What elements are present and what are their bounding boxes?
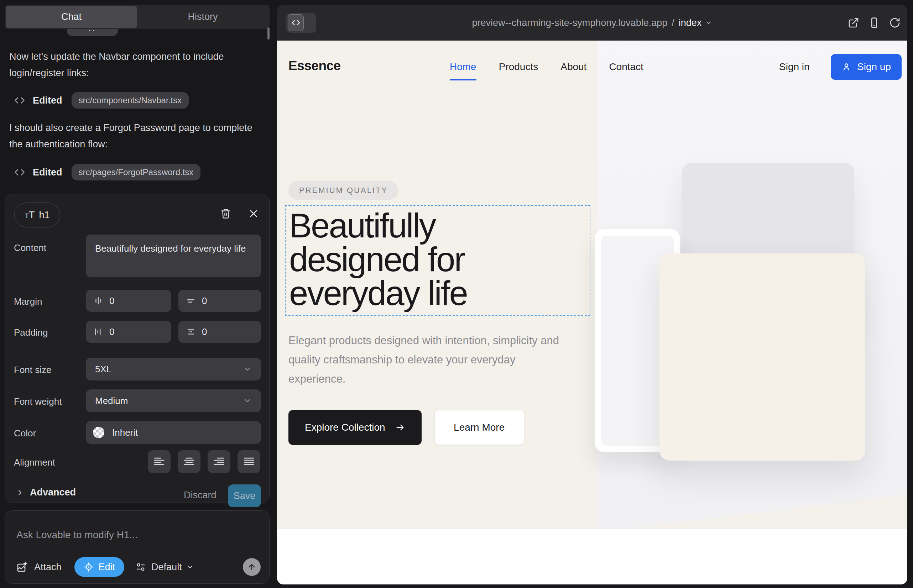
chat-history-tabs: Chat History: [5, 5, 270, 29]
composer-toolbar: Attach Edit Default: [16, 557, 261, 577]
margin-horizontal-icon: [94, 296, 103, 305]
advanced-toggle[interactable]: Advanced: [16, 487, 76, 498]
selected-element-outline[interactable]: Beautifully designed for everyday life: [285, 205, 590, 316]
transparent-swatch-icon: [93, 427, 104, 438]
sign-up-button[interactable]: Sign up: [831, 54, 902, 80]
delete-element-button[interactable]: [218, 206, 233, 221]
align-left-icon: [153, 456, 165, 468]
truncated-chip: ··: [67, 29, 118, 36]
site-logo: Essence: [288, 58, 341, 73]
content-label: Content: [14, 242, 46, 254]
align-center-icon: [183, 456, 195, 468]
assistant-message: Now let's update the Navbar component to…: [9, 48, 261, 81]
padding-label: Padding: [14, 327, 48, 338]
edited-file-row: Edited src/pages/ForgotPassword.tsx: [14, 164, 201, 181]
site-navbar: Essence Home Products About Contact Sign…: [277, 40, 907, 95]
close-icon: [248, 208, 259, 219]
padding-horizontal-icon: [94, 327, 103, 336]
arrow-right-icon: [395, 423, 405, 433]
padding-vertical-icon: [186, 327, 196, 336]
trash-icon: [220, 208, 231, 219]
hero-cta-row: Explore Collection Learn More: [288, 410, 524, 445]
send-button[interactable]: [243, 558, 261, 576]
smartphone-icon: [868, 17, 880, 29]
mode-selector[interactable]: Default: [136, 562, 194, 573]
user-icon: [842, 62, 851, 72]
hero-headline: Beautifully designed for everyday life: [289, 208, 560, 310]
file-chip-forgot-password[interactable]: src/pages/ForgotPassword.tsx: [71, 164, 201, 181]
composer[interactable]: Ask Lovable to modify H1... Attach Edit …: [5, 510, 270, 584]
sign-in-link[interactable]: Sign in: [779, 61, 810, 73]
nav-link-about[interactable]: About: [560, 61, 586, 73]
hero-subtext: Elegant products designed with intention…: [288, 331, 569, 389]
locate-icon: [84, 562, 94, 572]
preview-frame: preview--charming-site-symphony.lovable.…: [277, 5, 907, 585]
close-editor-button[interactable]: [246, 206, 261, 221]
align-justify-icon: [243, 456, 255, 468]
padding-x-input[interactable]: 0: [86, 321, 171, 343]
assistant-message: I should also create a Forgot Password p…: [9, 120, 261, 152]
chat-panel: Chat History ·· Now let's update the Nav…: [0, 0, 270, 588]
edit-mode-pill[interactable]: Edit: [74, 557, 125, 577]
decorative-card-cream: [659, 254, 865, 460]
external-link-icon: [848, 17, 859, 29]
font-weight-label: Font weight: [14, 396, 62, 407]
align-left-button[interactable]: [148, 450, 170, 473]
open-in-new-tab-button[interactable]: [848, 17, 859, 29]
edited-label: Edited: [33, 167, 62, 178]
color-picker-field[interactable]: Inherit: [86, 421, 261, 444]
typography-icon: TT: [24, 210, 34, 221]
nav-link-home[interactable]: Home: [450, 61, 476, 73]
url-separator: /: [672, 18, 674, 29]
edited-file-row: Edited src/components/Navbar.tsx: [14, 92, 189, 109]
align-right-button[interactable]: [207, 450, 230, 473]
chevron-down-icon: [243, 396, 252, 405]
margin-y-input[interactable]: 0: [178, 290, 261, 312]
element-editor-panel: TT h1 Content Beautifully designed for e…: [5, 194, 270, 503]
premium-badge: PREMIUM QUALITY: [288, 181, 398, 200]
settings-icon: [136, 562, 146, 572]
font-weight-select[interactable]: Medium: [86, 389, 261, 412]
composer-input[interactable]: Ask Lovable to modify H1...: [16, 529, 138, 541]
chat-scrollbar[interactable]: [267, 27, 270, 39]
nav-link-products[interactable]: Products: [499, 61, 538, 73]
code-icon: [14, 167, 25, 178]
tab-chat[interactable]: Chat: [6, 6, 137, 28]
margin-label: Margin: [14, 296, 42, 307]
chevron-down-icon: [705, 19, 712, 26]
chevron-down-icon: [186, 563, 194, 571]
refresh-button[interactable]: [889, 17, 900, 29]
edited-label: Edited: [33, 95, 62, 106]
padding-y-input[interactable]: 0: [178, 321, 261, 343]
margin-x-input[interactable]: 0: [86, 290, 171, 312]
discard-button[interactable]: Discard: [184, 490, 217, 501]
preview-page: Essence Home Products About Contact Sign…: [277, 40, 907, 585]
code-icon: [14, 95, 25, 106]
url-host: preview--charming-site-symphony.lovable.…: [472, 18, 668, 29]
align-justify-button[interactable]: [238, 450, 260, 473]
save-button[interactable]: Save: [228, 485, 261, 507]
url-bar[interactable]: preview--charming-site-symphony.lovable.…: [277, 5, 907, 40]
explore-collection-button[interactable]: Explore Collection: [288, 410, 422, 445]
font-size-label: Font size: [14, 365, 52, 375]
content-textarea[interactable]: Beautifully designed for everyday life: [86, 234, 261, 277]
alignment-label: Alignment: [14, 457, 55, 468]
learn-more-button[interactable]: Learn More: [434, 410, 524, 445]
nav-links: Home Products About Contact: [450, 61, 643, 73]
arrow-up-icon: [247, 562, 256, 572]
margin-vertical-icon: [186, 296, 196, 305]
image-plus-icon: [16, 561, 28, 573]
font-size-select[interactable]: 5XL: [86, 358, 261, 381]
align-right-icon: [213, 456, 225, 468]
hero-section: Essence Home Products About Contact Sign…: [277, 40, 907, 529]
chevron-right-icon: [16, 488, 24, 497]
refresh-icon: [889, 17, 900, 29]
file-chip-navbar[interactable]: src/components/Navbar.tsx: [71, 92, 189, 108]
nav-link-contact[interactable]: Contact: [609, 61, 643, 73]
align-center-button[interactable]: [178, 450, 201, 473]
attach-button[interactable]: Attach: [16, 561, 62, 573]
preview-chrome: preview--charming-site-symphony.lovable.…: [277, 5, 907, 40]
selected-element-tag: TT h1: [14, 202, 60, 228]
mobile-view-button[interactable]: [868, 17, 880, 29]
tab-history[interactable]: History: [137, 6, 269, 28]
